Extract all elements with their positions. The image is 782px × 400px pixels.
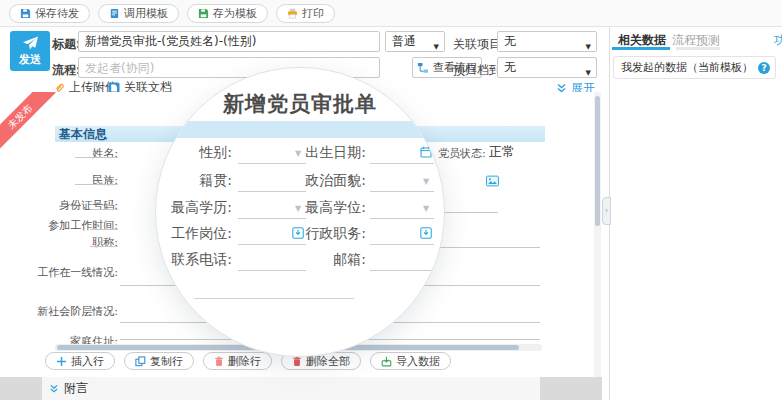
import-data-button[interactable]: 导入数据	[370, 352, 451, 370]
print-icon	[287, 8, 298, 19]
send-button[interactable]: 发送	[10, 31, 50, 71]
basic-info-title: 基本信息	[59, 126, 107, 142]
work-post-input-line[interactable]	[238, 244, 306, 245]
print-button[interactable]: 打印	[276, 4, 335, 23]
magnified-section-bar	[156, 121, 444, 138]
magnified-row-4: 工作岗位: 行政职务:	[156, 225, 444, 247]
calendar-icon[interactable]	[420, 146, 432, 158]
question-icon[interactable]: ?	[758, 62, 770, 74]
ethnicity-input-line[interactable]	[75, 184, 118, 185]
photo-image-icon[interactable]	[486, 175, 499, 187]
magnified-row-3: 最高学历: ▼ 最高学位: ▼	[156, 199, 444, 221]
row-actions-bar: 插入行 复制行 删除行 删除全部 导入数据	[45, 352, 451, 370]
admin-position-input-line[interactable]	[370, 244, 434, 245]
insert-row-button[interactable]: 插入行	[45, 352, 115, 370]
phone-input-line[interactable]	[238, 270, 306, 271]
archive-value: 无	[504, 60, 516, 74]
priority-value: 普通	[392, 34, 416, 48]
delete-row-button[interactable]: 删除行	[203, 352, 272, 370]
highest-degree-select-line[interactable]	[370, 218, 434, 219]
flow-field-label: 流程:	[52, 62, 81, 79]
copy-row-button[interactable]: 复制行	[124, 352, 194, 370]
name-input-line[interactable]	[75, 157, 118, 158]
highest-education-select-line[interactable]	[238, 218, 306, 219]
birth-date-label: 出生日期:	[268, 144, 366, 162]
id-number-input-line[interactable]	[90, 209, 118, 210]
native-place-label: 籍贯:	[156, 172, 232, 190]
dropdown-caret-icon[interactable]: ▼	[423, 204, 429, 213]
save-template-label: 存为模板	[213, 6, 257, 21]
phone-label: 联系电话:	[156, 251, 232, 269]
postscript-toggle[interactable]: 附言	[42, 377, 540, 400]
political-status-select-line[interactable]	[370, 191, 434, 192]
my-initiated-data-label: 我发起的数据（当前模板）	[614, 57, 775, 78]
my-initiated-data-card[interactable]: 我发起的数据（当前模板） ?	[613, 56, 776, 79]
paper-plane-icon	[22, 36, 39, 51]
field-label-work-start-date: 参加工作时间:	[28, 218, 118, 233]
political-status-label: 政治面貌:	[268, 172, 366, 190]
magnifier-circle: 新增党员审批单 性别: ▼ 出生日期: 籍贯: 政治面貌: ▼ 最高学历: ▼ …	[155, 67, 445, 357]
dropdown-caret-icon: ▼	[586, 38, 591, 57]
admin-position-label: 行政职务:	[268, 225, 366, 243]
unpublished-ribbon: 未发布	[0, 92, 56, 152]
postscript-strip: 附言	[0, 377, 602, 400]
priority-select[interactable]: 普通 ▼	[385, 31, 445, 52]
save-template-button[interactable]: 存为模板	[187, 4, 268, 23]
load-template-icon	[109, 8, 120, 19]
flow-chart-icon	[417, 62, 429, 74]
email-label: 邮箱:	[268, 251, 366, 269]
load-template-button[interactable]: 调用模板	[98, 4, 179, 23]
trash-icon	[214, 356, 224, 367]
save-draft-button[interactable]: 保存待发	[9, 4, 90, 23]
title-field-label: 标题:	[52, 36, 81, 53]
job-title-input-line[interactable]	[90, 246, 118, 247]
right-panel: 相关数据 流程预测 功 我发起的数据（当前模板） ?	[610, 27, 782, 400]
magnified-row-5: 联系电话: 邮箱:	[156, 251, 444, 273]
field-label-frontline-work: 工作在一线情况:	[28, 265, 118, 280]
birth-date-input-line[interactable]	[370, 163, 434, 164]
send-button-label: 发送	[19, 52, 41, 67]
related-project-value: 无	[504, 34, 516, 48]
save-template-icon	[198, 8, 209, 19]
trash-all-icon	[292, 356, 302, 367]
app-window: 保存待发 调用模板 存为模板 打印 发送 标题: 普通 ▼ 关联项目: 无 ▼ …	[0, 0, 782, 400]
field-label-ethnicity: 民族:	[28, 173, 118, 188]
native-place-input-line[interactable]	[238, 191, 306, 192]
magnified-row-2: 籍贯: 政治面貌: ▼	[156, 172, 444, 194]
title-input[interactable]	[78, 31, 380, 52]
dropdown-caret-icon[interactable]: ▼	[423, 177, 429, 186]
vertical-scrollbar[interactable]	[594, 92, 601, 377]
double-chevron-down-icon	[49, 384, 59, 394]
inactive-tab-underline	[676, 47, 720, 50]
active-tab-underline	[612, 47, 670, 50]
plus-icon	[56, 356, 67, 367]
party-status-label: 党员状态:	[438, 146, 486, 161]
save-draft-icon	[20, 8, 31, 19]
dropdown-caret-icon: ▼	[434, 38, 439, 57]
load-template-label: 调用模板	[124, 6, 168, 21]
party-status-value: 正常	[489, 143, 515, 161]
delete-row-label: 删除行	[228, 354, 261, 369]
browse-icon[interactable]	[420, 227, 432, 239]
panel-collapse-handle[interactable]: ›	[602, 197, 611, 225]
import-data-icon	[381, 356, 392, 367]
import-data-label: 导入数据	[396, 354, 440, 369]
gender-select-line[interactable]	[238, 163, 306, 164]
vertical-scrollbar-thumb[interactable]	[595, 96, 600, 226]
top-toolbar: 保存待发 调用模板 存为模板 打印	[0, 0, 782, 27]
insert-row-label: 插入行	[71, 354, 104, 369]
field-label-job-title: 职称:	[28, 235, 118, 250]
tab-more[interactable]: 功	[774, 32, 782, 49]
work-post-label: 工作岗位:	[156, 225, 232, 243]
archive-select[interactable]: 无 ▼	[497, 57, 597, 78]
magnified-row-1: 性别: ▼ 出生日期:	[156, 144, 444, 166]
field-label-id-number: 身份证号码:	[28, 198, 118, 213]
photo-field-line[interactable]	[441, 212, 498, 213]
copy-row-label: 复制行	[150, 354, 183, 369]
related-project-select[interactable]: 无 ▼	[497, 31, 597, 52]
highest-education-label: 最高学历:	[156, 199, 232, 217]
email-input-line[interactable]	[370, 270, 434, 271]
print-label: 打印	[302, 6, 324, 21]
work-start-date-input-line[interactable]	[90, 229, 118, 230]
postscript-label: 附言	[64, 380, 88, 397]
